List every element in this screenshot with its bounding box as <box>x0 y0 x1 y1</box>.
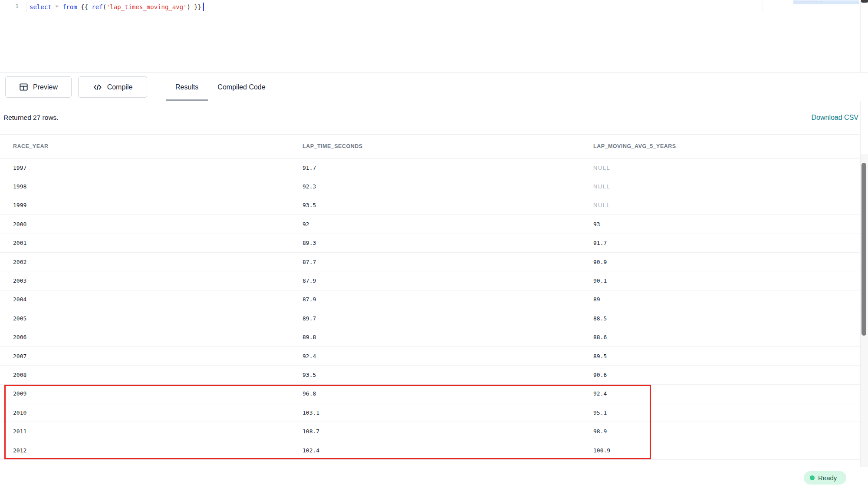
table-cell: 88.5 <box>580 315 860 322</box>
table-cell: 90.6 <box>580 372 860 378</box>
table-cell: 87.7 <box>289 259 580 265</box>
code-token-string: 'lap_times_moving_avg' <box>106 3 187 10</box>
table-scrollbar-track[interactable] <box>861 154 868 467</box>
table-row: 2012102.4100.9 <box>0 441 860 460</box>
compile-button-label: Compile <box>107 83 133 91</box>
table-row: 20009293 <box>0 215 860 234</box>
table-row: 200792.489.5 <box>0 347 860 366</box>
code-token-select: select <box>30 3 55 10</box>
tab-compiled-code[interactable]: Compiled Code <box>208 73 275 102</box>
table-cell: 93 <box>580 221 860 228</box>
code-token-jinja-close: }} <box>194 3 201 10</box>
table-row: 200589.788.5 <box>0 309 860 328</box>
table-cell: 2010 <box>0 409 289 416</box>
table-body: 199791.7NULL199892.3NULL199993.5NULL2000… <box>0 158 860 460</box>
download-csv-link[interactable]: Download CSV <box>812 101 859 134</box>
table-cell: NULL <box>580 202 860 208</box>
table-cell: 1999 <box>0 202 289 208</box>
table-row: 200689.888.6 <box>0 328 860 347</box>
page-scrollbar-thumb[interactable] <box>861 0 868 3</box>
table-cell: 88.6 <box>580 334 860 340</box>
minimap-token: from <box>799 0 802 2</box>
table-cell: 95.1 <box>580 409 860 416</box>
action-tab-bar: Preview Compile Results Compiled Code <box>0 73 868 101</box>
table-cell: 102.4 <box>289 447 580 454</box>
code-token-star: * <box>55 3 62 10</box>
table-cell: 91.7 <box>289 165 580 171</box>
table-scrollbar-thumb[interactable] <box>861 163 866 336</box>
compile-button[interactable]: Compile <box>78 76 147 98</box>
table-cell: 92 <box>289 221 580 228</box>
table-cell: 2007 <box>0 353 289 359</box>
table-row: 2010103.195.1 <box>0 403 860 422</box>
minimap-token: }} <box>821 0 822 2</box>
table-cell: 96.8 <box>289 390 580 397</box>
minimap-token: select <box>793 0 798 2</box>
code-brackets-icon <box>93 82 102 92</box>
code-token-from: from <box>62 3 81 10</box>
table-cell: 2012 <box>0 447 289 454</box>
table-cell: 89 <box>580 296 860 303</box>
table-row: 200287.790.9 <box>0 253 860 271</box>
table-cell: 1997 <box>0 165 289 171</box>
table-cell: 1998 <box>0 183 289 190</box>
table-cell: 2011 <box>0 428 289 435</box>
table-cell: 2006 <box>0 334 289 340</box>
tab-compiled-code-label: Compiled Code <box>217 83 265 91</box>
table-cell: 2009 <box>0 390 289 397</box>
editor-minimap[interactable]: select * from {{ ref('lap_times_moving_a… <box>793 0 859 4</box>
column-header: LAP_TIME_SECONDS <box>289 143 580 149</box>
toolbar-divider <box>156 73 156 102</box>
ready-status-badge: Ready <box>804 471 846 485</box>
status-bar: Ready <box>0 467 868 488</box>
table-cell: 89.8 <box>289 334 580 340</box>
table-cell: 92.4 <box>580 390 860 397</box>
table-cell: 92.4 <box>289 353 580 359</box>
table-cell: NULL <box>580 165 860 171</box>
table-cell: 2003 <box>0 277 289 284</box>
table-cell: 93.5 <box>289 202 580 208</box>
table-row: 199892.3NULL <box>0 177 860 196</box>
table-cell: 100.9 <box>580 447 860 454</box>
table-row: 199791.7NULL <box>0 158 860 177</box>
table-grid-icon <box>19 82 28 92</box>
table-cell: 89.5 <box>580 353 860 359</box>
table-cell: 2002 <box>0 259 289 265</box>
column-header: LAP_MOVING_AVG_5_YEARS <box>580 143 860 149</box>
code-token-paren-close: ) <box>187 3 194 10</box>
ready-status-label: Ready <box>818 474 837 481</box>
table-cell: 108.7 <box>289 428 580 435</box>
table-cell: 2004 <box>0 296 289 303</box>
table-cell: 2001 <box>0 240 289 246</box>
minimap-code-line: select * from {{ ref('lap_times_moving_a… <box>793 0 859 3</box>
table-header-row: RACE_YEARLAP_TIME_SECONDSLAP_MOVING_AVG_… <box>0 135 860 158</box>
table-row: 200893.590.6 <box>0 366 860 384</box>
table-cell: 89.7 <box>289 315 580 322</box>
table-cell: 90.9 <box>580 259 860 265</box>
table-cell: 2000 <box>0 221 289 228</box>
results-summary-bar: Returned 27 rows. Download CSV <box>0 101 868 134</box>
table-cell: 92.3 <box>289 183 580 190</box>
table-cell: 103.1 <box>289 409 580 416</box>
table-row: 200387.990.1 <box>0 271 860 290</box>
table-row: 200189.391.7 <box>0 234 860 253</box>
text-cursor <box>203 3 204 11</box>
table-cell: 89.3 <box>289 240 580 246</box>
table-cell: 87.9 <box>289 277 580 284</box>
table-cell: 90.1 <box>580 277 860 284</box>
table-cell: 98.9 <box>580 428 860 435</box>
sql-editor[interactable]: 1 select * from {{ ref('lap_times_moving… <box>0 0 868 73</box>
results-table: RACE_YEARLAP_TIME_SECONDSLAP_MOVING_AVG_… <box>0 134 860 467</box>
tab-results[interactable]: Results <box>166 73 208 102</box>
preview-button[interactable]: Preview <box>5 76 72 98</box>
status-dot-icon <box>810 475 815 480</box>
row-count-summary: Returned 27 rows. <box>3 101 59 134</box>
table-row: 199993.5NULL <box>0 196 860 215</box>
preview-button-label: Preview <box>33 83 58 91</box>
table-row: 2011108.798.9 <box>0 422 860 441</box>
code-line[interactable]: select * from {{ ref('lap_times_moving_a… <box>30 3 204 18</box>
table-row: 200996.892.4 <box>0 385 860 403</box>
table-cell: 91.7 <box>580 240 860 246</box>
table-row: 200487.989 <box>0 290 860 309</box>
column-header: RACE_YEAR <box>0 143 289 149</box>
